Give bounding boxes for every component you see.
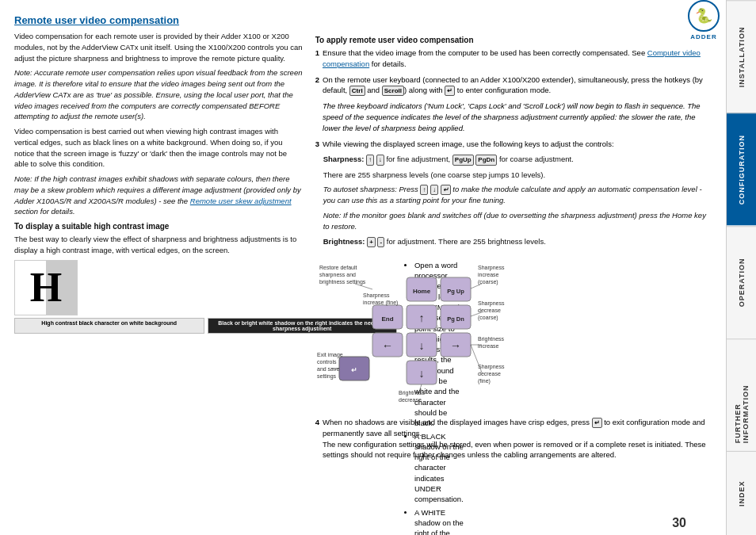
svg-text:increase (fine): increase (fine)	[363, 300, 398, 306]
note1-text: Note: Accurate remote user compensation …	[14, 67, 303, 122]
svg-text:and save: and save	[317, 366, 340, 372]
svg-text:Brightness: Brightness	[399, 390, 426, 396]
sharpness-label: Sharpness:	[323, 155, 366, 163]
svg-text:Brightness: Brightness	[478, 336, 505, 342]
svg-text:decrease: decrease	[478, 371, 501, 376]
note2-text: Video compensation is best carried out w…	[14, 126, 303, 170]
svg-text:controls: controls	[317, 359, 337, 365]
brightness-label: Brightness:	[323, 237, 367, 246]
ctrl-key: Ctrl	[349, 86, 365, 96]
intro-text: Video compensation for each remote user …	[14, 31, 303, 63]
svg-text:settings: settings	[317, 373, 337, 380]
svg-text:Pg Dn: Pg Dn	[447, 315, 464, 323]
svg-text:(fine): (fine)	[478, 378, 491, 384]
page-number: 30	[672, 516, 686, 530]
svg-text:increase: increase	[478, 272, 499, 277]
svg-text:Sharpness: Sharpness	[478, 265, 505, 271]
svg-text:Home: Home	[413, 288, 431, 295]
scroll-key: Scroll	[382, 86, 404, 96]
step-2: 2 On the remote user keyboard (connected…	[315, 75, 713, 97]
svg-text:↵: ↵	[351, 366, 357, 374]
svg-line-48	[471, 345, 482, 373]
enter-key: ↵	[445, 86, 455, 96]
brightness-section: Brightness: + - for adjustment. There ar…	[323, 236, 713, 247]
svg-text:decrease: decrease	[478, 308, 501, 313]
page-title: Remote user video compensation	[14, 14, 713, 26]
display-heading: To display a suitable high contrast imag…	[14, 222, 303, 231]
autoset-text: To autoset sharpness: Press ↑ ↓ ↵ to mak…	[323, 184, 713, 206]
step-1: 1 Ensure that the video image from the c…	[315, 48, 713, 70]
steps-list: 1 Ensure that the video image from the c…	[315, 48, 713, 149]
svg-text:Exit image: Exit image	[317, 352, 343, 358]
step-3: 3 While viewing the displayed screen ima…	[315, 139, 713, 150]
sidebar-tab-installation[interactable]: INSTALLATION	[727, 0, 756, 113]
svg-text:End: End	[381, 315, 393, 323]
keyboard-diagram: Home Pg Up End Pg Dn ↑ ←	[315, 254, 713, 414]
right-sidebar: INSTALLATION CONFIGURATION OPERATION FUR…	[726, 0, 756, 535]
sidebar-tab-configuration[interactable]: CONFIGURATION	[727, 113, 756, 225]
svg-line-27	[471, 284, 482, 289]
svg-text:increase: increase	[478, 343, 499, 349]
svg-text:Pg Up: Pg Up	[447, 288, 464, 295]
svg-text:→: →	[450, 339, 461, 352]
sidebar-tab-further-information[interactable]: FURTHER INFORMATION	[727, 338, 756, 451]
step-2b: 2 The three keyboard indicators ('Num Lo…	[315, 101, 713, 133]
svg-text:brightness settings: brightness settings	[319, 279, 366, 285]
step-4: 4 When no shadows are visible and the di…	[315, 417, 713, 460]
note-blank: Note: If the monitor goes blank and swit…	[323, 210, 713, 232]
svg-text:(coarse): (coarse)	[478, 315, 498, 321]
apply-heading: To apply remote user video compensation	[315, 36, 713, 44]
svg-text:↑: ↑	[418, 311, 424, 324]
sidebar-tab-index[interactable]: INDEX	[727, 451, 756, 535]
svg-text:Sharpness: Sharpness	[363, 292, 390, 299]
svg-text:Restore default: Restore default	[319, 265, 357, 270]
comp-video-link[interactable]: Computer video compensation	[323, 48, 701, 68]
svg-text:↓: ↓	[418, 367, 424, 380]
svg-text:Sharpness: Sharpness	[478, 364, 505, 370]
note3-text: Note: If the high contrast images exhibi…	[14, 174, 303, 217]
adder-logo: 🐍 ADDER	[688, 0, 720, 40]
display-text: The best way to clearly view the effect …	[14, 234, 303, 256]
sidebar-tab-operation[interactable]: OPERATION	[727, 226, 756, 338]
svg-text:sharpness and: sharpness and	[319, 272, 356, 278]
svg-text:(coarse): (coarse)	[478, 279, 498, 285]
sharpness-levels: There are 255 sharpness levels (one coar…	[323, 170, 713, 181]
svg-text:Sharpness: Sharpness	[478, 300, 505, 307]
step4-list: 4 When no shadows are visible and the di…	[315, 417, 713, 460]
skew-link[interactable]: Remote user skew adjustment	[190, 197, 292, 205]
svg-text:←: ←	[382, 339, 393, 352]
svg-text:↓: ↓	[418, 339, 424, 352]
hc-label-left: High contrast black character on white b…	[14, 318, 204, 334]
sharpness-section: Sharpness: ↑ ↓ for fine adjustment, PgUp…	[323, 154, 713, 231]
svg-line-23	[355, 284, 372, 289]
svg-text:decrease: decrease	[399, 397, 422, 403]
